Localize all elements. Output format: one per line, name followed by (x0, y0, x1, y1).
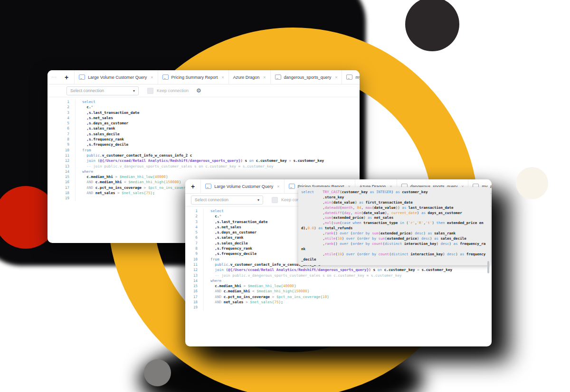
line-number: 9 (185, 251, 204, 256)
line-number: 7 (185, 241, 204, 246)
line-number: 9 (48, 142, 76, 147)
line-number: 3 (48, 110, 76, 115)
code-line: ,rank() over (order by count(distinct in… (301, 242, 487, 247)
tab-azure-dragon[interactable]: Azure Dragon× (228, 70, 270, 84)
close-tab-icon[interactable]: × (277, 184, 279, 189)
query-file-icon (162, 75, 169, 80)
code-line: ,sum(extended_price) as net_sales (301, 215, 487, 221)
code-line: 15 c.median_hhi > $median_hhi_low{40000} (48, 174, 360, 179)
code-line: ,dateadd(month, 84, max(date_value)) as … (301, 205, 487, 211)
tab-label: dangerous_sports_query (284, 75, 332, 80)
line-number: 2 (48, 104, 76, 110)
line-number: 13 (185, 273, 204, 278)
code-line: ,store_key (301, 195, 487, 200)
line-number: 14 (48, 169, 76, 174)
connection-toolbar: Select connection ▾ Keep connection ⚙ (48, 84, 360, 97)
query-file-icon (205, 184, 211, 189)
keep-connection-checkbox[interactable] (272, 197, 278, 203)
new-tab-button[interactable]: + (59, 74, 74, 81)
code-line: 19 (185, 305, 492, 310)
code-line: d),0.0) as total_refunds (301, 226, 487, 231)
query-file-icon (346, 75, 352, 80)
code-line: 12 join (@{/Users/ccoad/Retail Analytics… (48, 158, 360, 163)
editor-scrollbar[interactable] (487, 261, 489, 273)
code-line: 1select (48, 99, 360, 104)
code-line: 6 ,s.sales_rank (48, 126, 360, 131)
code-line: ,ntile(10) over (order by sum(extended_p… (301, 236, 487, 242)
code-line: 14where (48, 169, 360, 174)
cream-circle-shape (516, 167, 548, 199)
code-line: 18 AND net_sales > $net_sales{75}; (185, 299, 492, 305)
code-line: 16 AND c.median_hhi < $median_hhi_high{1… (185, 289, 492, 294)
tab-label: Azure Dragon (233, 75, 260, 80)
close-tab-icon[interactable]: × (335, 75, 337, 80)
code-line: 2 c.* (48, 104, 360, 110)
tab-overflow-icon[interactable]: ⋯ (51, 74, 57, 80)
line-number: 17 (48, 185, 76, 190)
code-line: 8 ,s.frequency_rank (48, 137, 360, 142)
code-line: 11 public.v_customer_contact_info_w_cens… (48, 153, 360, 158)
line-number: 19 (185, 305, 204, 310)
code-line: 13 -- join public.v_dangerous_sports_cus… (48, 164, 360, 169)
dark-circle-shape (405, 0, 459, 51)
code-line: _decile (301, 257, 487, 262)
line-number: 4 (48, 115, 76, 121)
code-line: 13 -- join public.v_dangerous_sports_cus… (185, 273, 492, 278)
line-number: 2 (185, 214, 204, 219)
code-line: select TRY_CAST(customer_key as INTEGER)… (301, 190, 487, 195)
code-line: 12 join (@{/Users/ccoad/Retail Analytics… (185, 267, 492, 272)
code-line: ,rank() over (order by sum(extended_pric… (301, 231, 487, 236)
tab-large-volume-customer-query[interactable]: Large Volume Customer Query× (200, 179, 284, 193)
tab-dangerous-sports-query[interactable]: dangerous_sports_query× (270, 70, 342, 84)
line-number: 4 (185, 224, 204, 230)
code-line: ,nvl(sum(case when transaction_type in (… (301, 221, 487, 226)
code-line: 5 ,s.days_as_customer (48, 121, 360, 126)
connection-dropdown[interactable]: Select connection ▾ (66, 86, 139, 95)
line-number: 6 (48, 126, 76, 131)
tab-bar: ⋯ + Large Volume Customer Query×Pricing … (48, 70, 360, 84)
gray-circle-shape (144, 359, 171, 386)
code-line: 7 ,s.sales_decile (48, 131, 360, 137)
connection-dropdown[interactable]: Select connection ▾ (191, 196, 263, 205)
line-number: 8 (48, 137, 76, 142)
code-line: 4 ,s.net_sales (48, 115, 360, 121)
line-number: 8 (185, 246, 204, 251)
line-number: 11 (48, 153, 76, 158)
tab-label: Large Volume Customer Query (214, 184, 273, 189)
code-line: 15 c.median_hhi > $median_hhi_low{40000} (185, 283, 492, 289)
line-number: 5 (48, 121, 76, 126)
code-line: ,min(date_value) as first_transaction_da… (301, 200, 487, 205)
tab-my-awesome-mkt-list[interactable]: my_awesome_mkt_list× (342, 70, 360, 84)
line-number: 17 (185, 294, 204, 299)
line-number: 10 (185, 257, 204, 262)
new-tab-button[interactable]: + (185, 183, 200, 190)
tab-label: Large Volume Customer Query (88, 75, 147, 80)
keep-connection-checkbox[interactable] (147, 88, 153, 94)
close-tab-icon[interactable]: × (151, 75, 153, 80)
line-number: 12 (185, 267, 204, 272)
line-number: 15 (185, 283, 204, 289)
gear-icon[interactable]: ⚙ (196, 87, 201, 94)
marketing-canvas: ⋯ + Large Volume Customer Query×Pricing … (0, 0, 570, 392)
line-number: 5 (185, 230, 204, 235)
chevron-down-icon: ▾ (133, 89, 135, 93)
referenced-query-preview-popup: select TRY_CAST(customer_key as INTEGER)… (298, 187, 490, 265)
line-number: 6 (185, 235, 204, 240)
tab-large-volume-customer-query[interactable]: Large Volume Customer Query× (74, 70, 157, 84)
query-file-icon (79, 75, 85, 80)
connection-placeholder: Select connection (70, 88, 104, 93)
close-tab-icon[interactable]: × (263, 75, 266, 80)
close-tab-icon[interactable]: × (222, 75, 224, 80)
line-number: 3 (185, 219, 204, 224)
line-number: 11 (185, 262, 204, 267)
tab-pricing-summary-report[interactable]: Pricing Summary Report× (158, 70, 228, 84)
query-file-icon (289, 184, 295, 189)
code-line: 17 AND c.pct_no_ins_coverage > $pct_no_i… (185, 294, 492, 299)
code-line: ,ntile(10) over (order by count(distinct… (301, 252, 487, 257)
line-number: 7 (48, 131, 76, 137)
code-line: 3 ,s.last_transaction_date (48, 110, 360, 115)
line-number: 1 (185, 208, 204, 214)
line-number: 14 (185, 278, 204, 283)
code-line: 14where (185, 278, 492, 283)
line-number: 12 (48, 158, 76, 163)
